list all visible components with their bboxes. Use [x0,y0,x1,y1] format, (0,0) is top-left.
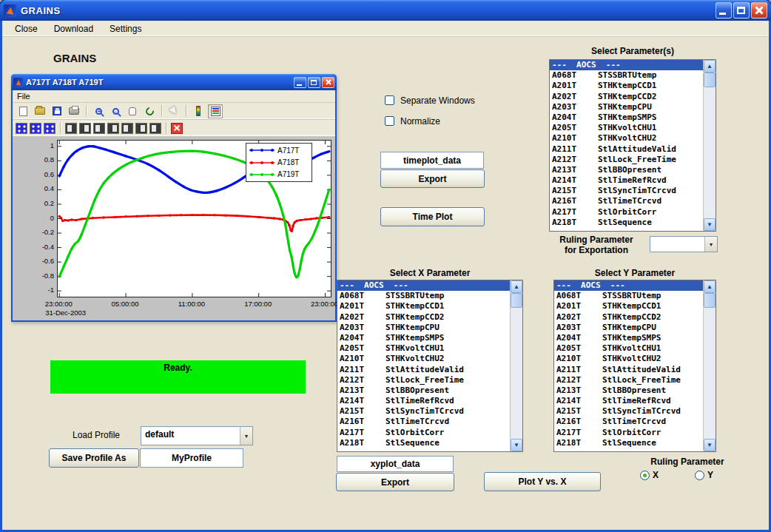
scroll-up-icon[interactable]: ▲ [704,60,716,73]
list-item[interactable]: A217TStlOrbitCorr [337,428,510,438]
list-item[interactable]: A212TStlLock_FreeTime [550,155,703,165]
scroll-thumb[interactable] [511,293,522,308]
list-item[interactable]: A068TSTSSBRTUtemp [554,291,703,301]
save-profile-as-button[interactable]: Save Profile As [49,448,139,468]
list-item[interactable]: A215TStlSyncTimTCrcvd [550,186,703,196]
list-item[interactable]: A217TStlOrbitCorr [554,428,703,438]
list-item[interactable]: A212TStlLock_FreeTime [554,375,703,385]
list-item[interactable]: A218TStlSequence [554,438,703,448]
list-item[interactable]: --- AOCS --- [337,280,510,291]
list-item[interactable]: A216TStlTimeTCrcvd [554,417,703,427]
list-item[interactable]: A068TSTSSBRTUtemp [337,291,510,301]
list-item[interactable]: A068TSTSSBRTUtemp [550,70,703,81]
list-item[interactable]: A203TSTHKtempCPU [554,323,703,333]
list-item[interactable]: A203TSTHKtempCPU [550,102,703,112]
layout-5-icon[interactable] [121,123,133,134]
figure-close-button[interactable] [322,77,334,88]
list-item[interactable]: A205TSTHKvoltCHU1 [550,123,703,133]
new-file-icon[interactable] [16,104,30,118]
layout-2-icon[interactable] [79,123,91,134]
layout-6-icon[interactable] [135,123,147,134]
list-item[interactable]: A202TSTHKtempCCD2 [337,312,510,323]
select-x-parameter-list[interactable]: --- AOCS ---A068TSTSSBRTUtempA201TSTHKte… [337,280,523,452]
list-item[interactable]: A213TStlBBOpresent [554,385,703,396]
figure-title-bar[interactable]: A717T A718T A719T [11,74,337,90]
list-item[interactable]: A210TSTHKvoltCHU2 [550,133,703,144]
scroll-up-icon[interactable]: ▲ [511,280,522,293]
list-item[interactable]: A203TSTHKtempCPU [337,323,510,333]
scroll-up-icon[interactable]: ▲ [704,280,716,293]
figure-maximize-button[interactable] [308,77,320,88]
list-item[interactable]: A211TStlAttitudeValid [554,365,703,375]
list-item[interactable]: A214TStlTimeRefRcvd [554,396,703,406]
print-icon[interactable] [67,104,81,118]
minimize-button[interactable] [716,2,732,18]
scroll-down-icon[interactable]: ▼ [511,439,522,451]
list-item[interactable]: A210TSTHKvoltCHU2 [554,354,703,364]
scroll-down-icon[interactable]: ▼ [704,439,716,451]
zoom-out-icon[interactable]: - [108,104,123,118]
layout-4-icon[interactable] [107,123,119,134]
radio-y-icon[interactable] [695,471,704,480]
list-item[interactable]: A213TStlBBOpresent [337,385,510,396]
list-item[interactable]: A205TSTHKvoltCHU1 [554,343,703,354]
list-item[interactable]: A201TSTHKtempCCD1 [554,301,703,312]
list-item[interactable]: A218TStlSequence [337,438,510,448]
export-time-button[interactable]: Export [380,169,485,188]
list-item[interactable]: --- AOCS --- [550,60,703,70]
list-item[interactable]: A217TStlOrbitCorr [550,207,703,218]
title-bar[interactable]: GRAINS [0,0,771,21]
list-item[interactable]: A204TSTHKtempSMPS [554,333,703,343]
legend-icon[interactable] [208,104,223,118]
open-file-icon[interactable] [33,104,47,118]
list-item[interactable]: --- AOCS --- [554,280,703,291]
select-y-parameter-list[interactable]: --- AOCS ---A068TSTSSBRTUtempA201TSTHKte… [553,280,716,452]
list-item[interactable]: A215TStlSyncTimTCrcvd [554,406,703,417]
list-item[interactable]: A202TSTHKtempCCD2 [550,92,703,102]
list-item[interactable]: A213TStlBBOpresent [550,165,703,175]
close-plots-icon[interactable] [171,123,183,134]
list-item[interactable]: A210TSTHKvoltCHU2 [337,354,510,364]
profile-name-field[interactable] [140,448,243,468]
vertical-scrollbar[interactable]: ▲▼ [703,280,716,451]
list-item[interactable]: A215TStlSyncTimTCrcvd [337,406,510,417]
subplot-blue-2-icon[interactable] [30,123,41,134]
save-icon[interactable] [50,104,64,118]
export-xy-button[interactable]: Export [336,473,454,491]
subplot-blue-1-icon[interactable] [16,123,27,134]
zoom-in-icon[interactable]: + [91,104,106,118]
list-item[interactable]: A205TSTHKvoltCHU1 [337,343,510,354]
scroll-thumb[interactable] [704,293,716,308]
select-parameters-list[interactable]: --- AOCS ---A068TSTSSBRTUtempA201TSTHKte… [549,59,716,232]
list-item[interactable]: A218TStlSequence [550,218,703,228]
menu-settings[interactable]: Settings [103,22,148,36]
list-item[interactable]: A202TSTHKtempCCD2 [554,312,703,323]
chevron-down-icon[interactable]: ▼ [240,427,252,445]
list-item[interactable]: A216TStlTimeTCrcvd [550,196,703,206]
layout-7-icon[interactable] [149,123,161,134]
subplot-blue-3-icon[interactable] [44,123,55,134]
time-plot-button[interactable]: Time Plot [380,207,485,226]
menu-close[interactable]: Close [8,22,44,36]
pan-icon[interactable] [125,104,140,118]
list-item[interactable]: A211TStlAttitudeValid [337,365,510,375]
vertical-scrollbar[interactable]: ▲▼ [510,280,522,451]
chevron-down-icon[interactable]: ▼ [704,237,717,252]
menu-download[interactable]: Download [47,22,100,36]
maximize-button[interactable] [733,2,750,18]
list-item[interactable]: A211TStlAttitudeValid [550,144,703,155]
list-item[interactable]: A212TStlLock_FreeTime [337,375,510,385]
vertical-scrollbar[interactable]: ▲▼ [703,60,716,231]
radio-x-icon[interactable] [640,471,650,480]
scroll-down-icon[interactable]: ▼ [704,218,716,231]
ruling-x-radio[interactable]: X [640,470,659,480]
layout-1-icon[interactable] [65,123,77,134]
figure-minimize-button[interactable] [294,77,306,88]
scroll-thumb[interactable] [704,73,716,87]
plot-y-vs-x-button[interactable]: Plot Y vs. X [484,472,601,491]
list-item[interactable]: A204TSTHKtempSMPS [337,333,510,343]
list-item[interactable]: A201TSTHKtempCCD1 [550,81,703,91]
load-profile-combo[interactable]: default ▼ [141,426,253,445]
list-item[interactable]: A216TStlTimeTCrcvd [337,417,510,427]
figure-menu-file[interactable]: File [13,91,35,101]
